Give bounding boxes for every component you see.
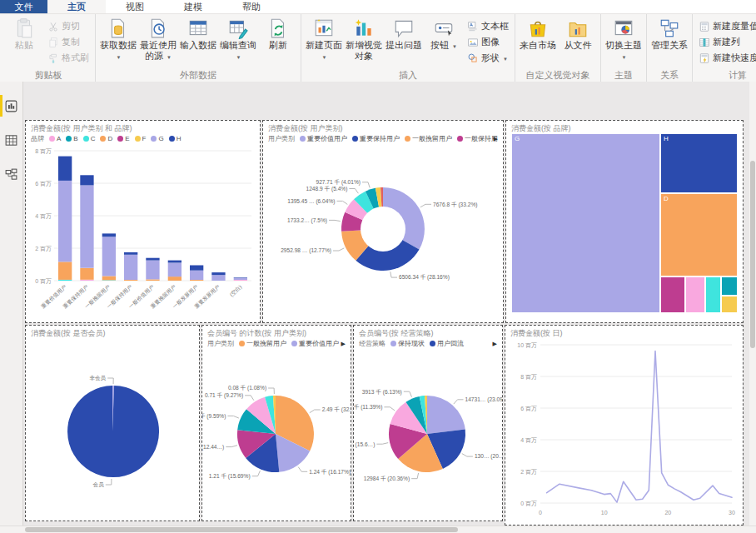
svg-text:8 百万: 8 百万: [520, 374, 537, 381]
paste-icon: [13, 17, 35, 39]
new-page-button[interactable]: 新建页面 ▼: [305, 16, 343, 69]
treemap-node[interactable]: G: [511, 133, 660, 313]
legend-item[interactable]: H: [169, 135, 182, 142]
legend-dot: [49, 136, 55, 142]
switch-theme-button[interactable]: 切换主题 ▼: [604, 16, 643, 69]
tab-file[interactable]: 文件: [0, 0, 47, 13]
new-column-icon: [699, 37, 710, 48]
new-visual-button[interactable]: 新增视觉对象: [345, 16, 383, 69]
sidebar-item-model-view[interactable]: [0, 163, 23, 185]
treemap-node[interactable]: [685, 276, 705, 313]
get-data-icon: [107, 17, 129, 39]
button-label: 粘贴: [15, 40, 33, 51]
tab-help[interactable]: 帮助: [222, 0, 281, 13]
tab-modeling[interactable]: 建模: [164, 0, 222, 13]
line-svg: 0 百万2 百万4 百万6 百万8 百万10 百万0102030: [510, 338, 739, 518]
legend-item[interactable]: C: [83, 135, 96, 142]
treemap-area: GHD: [511, 133, 738, 313]
ask-question-button[interactable]: 提出问题: [385, 16, 423, 69]
visual-pie-membership[interactable]: 消费金额(按 是否会员) 非会员会员: [25, 325, 200, 521]
image-button[interactable]: 图像: [465, 35, 511, 49]
visual-stacked-column-chart[interactable]: 消费金额(按 用户类别 和 品牌) 品牌ABCDEFGH 0 百万2 百万4 百…: [25, 120, 261, 323]
treemap-node[interactable]: [660, 276, 685, 313]
legend-item[interactable]: 重要价值用户: [291, 339, 339, 348]
legend-title: 用户类别: [268, 134, 295, 143]
button-visual-button[interactable]: 按钮 ▼: [425, 16, 463, 69]
svg-text:6 百万: 6 百万: [35, 181, 52, 187]
legend-item[interactable]: G: [151, 135, 163, 142]
new-column-button[interactable]: 新建列: [696, 35, 756, 49]
treemap-node[interactable]: [705, 276, 721, 313]
recent-sources-button[interactable]: 最近使用的源 ▼: [139, 16, 177, 69]
legend-item[interactable]: 一般保持用户: [457, 134, 498, 143]
svg-text:7676.8 千 (33.2%): 7676.8 千 (33.2%): [433, 202, 478, 208]
horizontal-scrollbar[interactable]: [0, 526, 756, 533]
vertical-scrollbar-thumb[interactable]: [750, 161, 755, 348]
visual-title: 消费金额(按 品牌): [511, 123, 738, 133]
model-icon: [4, 167, 18, 182]
svg-text:2952.98 … (12.77%): 2952.98 … (12.77%): [281, 247, 331, 254]
ribbon-group: 粘贴剪切复制格式刷剪贴板: [2, 14, 96, 82]
refresh-button[interactable]: 刷新: [259, 16, 297, 69]
button-label: 形状 ▼: [481, 52, 508, 64]
visual-pie-strategy[interactable]: 会员编号(按 经营策略) 经营策略保持现状用户回流▶ 14731… (23.09…: [353, 325, 503, 521]
legend-item[interactable]: 重要价值用户: [300, 134, 347, 143]
get-data-button[interactable]: 获取数据 ▼: [99, 16, 137, 69]
legend-overflow-arrow[interactable]: ▶: [493, 341, 497, 347]
edit-queries-button[interactable]: 编辑查询 ▼: [219, 16, 257, 69]
legend-item[interactable]: 一般挽留用户: [405, 134, 452, 143]
visual-title: 会员编号(按 经营策略): [359, 328, 497, 338]
text-box-button[interactable]: 文本框: [465, 19, 511, 33]
legend-item[interactable]: 保持现状: [390, 339, 425, 348]
visual-donut-chart[interactable]: 消费金额(按 用户类别) 用户类别重要价值用户重要保持用户一般挽留用户一般保持用…: [262, 120, 504, 323]
ribbon-group-label: 计算: [696, 69, 756, 82]
button-label: 输入数据: [180, 40, 216, 51]
from-file-button[interactable]: 从文件: [559, 16, 597, 69]
tab-view[interactable]: 视图: [106, 0, 164, 13]
svg-text:7267 千 (11.39%): 7267 千 (11.39%): [353, 404, 382, 411]
svg-text:4 百万: 4 百万: [520, 437, 537, 444]
legend-item[interactable]: B: [66, 135, 77, 142]
visual-treemap[interactable]: 消费金额(按 品牌) GHD: [505, 120, 744, 323]
treemap-node[interactable]: H: [660, 133, 738, 193]
sidebar-item-report-view[interactable]: [0, 95, 23, 117]
svg-text:10: 10: [601, 510, 608, 516]
ribbon-group-label: 插入: [305, 69, 511, 82]
legend-item[interactable]: F: [135, 135, 147, 142]
enter-data-button[interactable]: 输入数据: [179, 16, 217, 69]
shapes-button[interactable]: 形状 ▼: [465, 51, 511, 65]
treemap-node[interactable]: [721, 276, 738, 296]
manage-relationships-button[interactable]: 管理关系: [650, 16, 689, 69]
button-label: 新建页面 ▼: [305, 40, 343, 63]
horizontal-scrollbar-thumb[interactable]: [25, 527, 458, 532]
legend-item[interactable]: E: [117, 135, 129, 142]
svg-text:30: 30: [729, 510, 735, 516]
legend-item[interactable]: 用户回流: [430, 339, 464, 348]
button-label: 按钮 ▼: [430, 40, 457, 52]
quick-measure-icon: [699, 52, 710, 64]
chart-legend: 用户类别一般挽留用户重要价值用户▶: [207, 338, 346, 349]
treemap-node[interactable]: [721, 296, 738, 313]
visual-pie-user-category[interactable]: 会员编号 的计数(按 用户类别) 用户类别一般挽留用户重要价值用户▶ 2.49 …: [201, 325, 351, 521]
recent-sources-icon: [147, 17, 169, 39]
svg-text:会员: 会员: [93, 481, 105, 487]
legend-overflow-arrow[interactable]: ▶: [341, 341, 346, 347]
tab-home[interactable]: 主页: [47, 0, 106, 13]
legend-item[interactable]: 一般挽留用户: [239, 339, 286, 348]
svg-text:6 百万: 6 百万: [520, 406, 537, 412]
quick-measure-button[interactable]: 新建快速度量值: [696, 51, 756, 65]
vertical-scrollbar[interactable]: [749, 82, 756, 526]
new-measure-button[interactable]: 新建度量值: [696, 19, 756, 33]
legend-item[interactable]: A: [49, 135, 61, 142]
chart-plot-area: 0 百万2 百万4 百万6 百万8 百万10 百万0102030: [510, 338, 738, 518]
pie-svg: 非会员会员: [31, 338, 194, 508]
legend-dot: [390, 341, 396, 346]
legend-overflow-arrow[interactable]: ▶: [494, 136, 498, 142]
sidebar-item-data-view[interactable]: [0, 129, 23, 151]
legend-dot: [135, 136, 141, 142]
from-marketplace-button[interactable]: 来自市场: [519, 16, 557, 69]
treemap-node[interactable]: D: [660, 193, 738, 276]
legend-item[interactable]: D: [100, 135, 112, 142]
legend-item[interactable]: 重要保持用户: [352, 134, 400, 143]
visual-line-chart[interactable]: 消费金额(按 日) 0 百万2 百万4 百万6 百万8 百万10 百万01020…: [505, 325, 744, 526]
